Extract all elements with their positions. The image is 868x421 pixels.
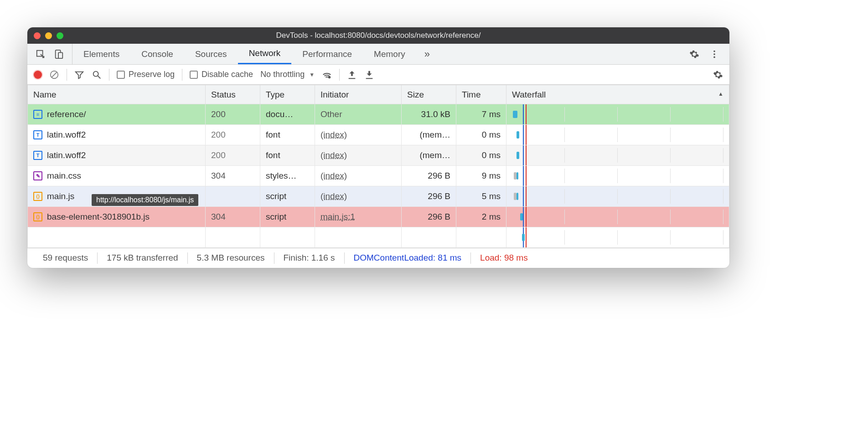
request-type: script <box>260 186 315 207</box>
tab-console[interactable]: Console <box>130 44 184 64</box>
request-status: 200 <box>206 104 260 125</box>
empty-row <box>28 227 729 248</box>
js-file-icon: ⟨⟩ <box>33 212 42 221</box>
request-time: 5 ms <box>456 186 506 207</box>
throttling-select[interactable]: No throttling ▼ <box>260 70 315 79</box>
css-file-icon: ✎ <box>33 171 42 180</box>
request-size: 296 B <box>402 166 456 186</box>
maximize-window-button[interactable] <box>57 32 63 39</box>
network-toolbar: Preserve log Disable cache No throttling… <box>27 65 729 85</box>
request-time: 7 ms <box>456 104 506 125</box>
panel-tabbar: ElementsConsoleSourcesNetworkPerformance… <box>27 44 729 65</box>
request-initiator: Other <box>320 109 342 119</box>
request-initiator[interactable]: (index) <box>320 171 347 180</box>
status-load: Load: 98 ms <box>471 252 537 264</box>
sort-asc-icon: ▲ <box>718 91 723 97</box>
tab-performance[interactable]: Performance <box>291 44 363 64</box>
request-size: (mem… <box>402 125 456 145</box>
request-initiator[interactable]: (index) <box>320 130 347 139</box>
panel-settings-gear-icon[interactable] <box>713 70 723 80</box>
request-time: 0 ms <box>456 125 506 145</box>
request-name: base-element-3018901b.js <box>47 212 150 222</box>
request-time: 9 ms <box>456 166 506 186</box>
svg-point-10 <box>328 76 331 78</box>
kebab-menu-icon[interactable] <box>709 49 719 59</box>
request-type: font <box>260 145 315 166</box>
svg-line-9 <box>98 76 101 78</box>
titlebar: DevTools - localhost:8080/docs/devtools/… <box>27 27 729 44</box>
inspect-element-icon[interactable] <box>36 49 46 59</box>
tab-network[interactable]: Network <box>238 44 292 64</box>
upload-har-icon[interactable] <box>347 70 357 80</box>
status-requests: 59 requests <box>34 252 98 264</box>
svg-point-8 <box>93 71 98 76</box>
more-tabs-button[interactable]: » <box>416 48 438 60</box>
request-row[interactable]: ⟨⟩main.jshttp://localhost:8080/js/main.j… <box>28 186 729 207</box>
status-resources: 5.3 MB resources <box>188 252 274 264</box>
svg-point-4 <box>713 53 715 55</box>
request-initiator[interactable]: (index) <box>320 191 347 201</box>
request-row[interactable]: Tlatin.woff2200font(index)(mem…0 ms <box>28 145 729 166</box>
request-size: (mem… <box>402 145 456 166</box>
tab-memory[interactable]: Memory <box>363 44 416 64</box>
search-icon[interactable] <box>92 70 102 80</box>
tab-elements[interactable]: Elements <box>72 44 130 64</box>
filter-icon[interactable] <box>74 70 84 80</box>
request-name: main.css <box>47 171 81 181</box>
request-status: 200 <box>206 125 260 145</box>
request-type: docu… <box>260 104 315 125</box>
request-row[interactable]: Tlatin.woff2200font(index)(mem…0 ms <box>28 125 729 145</box>
download-har-icon[interactable] <box>364 70 374 80</box>
column-header-initiator[interactable]: Initiator <box>315 85 402 104</box>
svg-point-5 <box>713 56 715 58</box>
devtools-window: DevTools - localhost:8080/docs/devtools/… <box>27 27 729 268</box>
request-row[interactable]: ✎main.css304styles…(index)296 B9 ms <box>28 166 729 186</box>
status-domcontentloaded: DOMContentLoaded: 81 ms <box>345 252 471 264</box>
svg-point-3 <box>713 50 715 52</box>
minimize-window-button[interactable] <box>45 32 52 39</box>
clear-icon[interactable] <box>49 70 59 80</box>
request-name: reference/ <box>47 109 86 119</box>
column-header-time[interactable]: Time <box>456 85 506 104</box>
request-size: 31.0 kB <box>402 104 456 125</box>
request-size: 296 B <box>402 186 456 207</box>
status-transferred: 175 kB transferred <box>98 252 187 264</box>
preserve-log-checkbox[interactable]: Preserve log <box>117 70 175 79</box>
request-type: styles… <box>260 166 315 186</box>
request-name: latin.woff2 <box>47 130 86 140</box>
request-name: latin.woff2 <box>47 150 86 160</box>
request-name: main.js <box>47 191 74 201</box>
request-status: 304 <box>206 166 260 186</box>
request-row[interactable]: ⟨⟩base-element-3018901b.js304scriptmain.… <box>28 207 729 227</box>
column-header-waterfall[interactable]: Waterfall▲ <box>506 85 729 104</box>
request-initiator[interactable]: (index) <box>320 150 347 160</box>
network-conditions-icon[interactable] <box>322 70 332 80</box>
status-finish: Finish: 1.16 s <box>274 252 345 264</box>
column-header-status[interactable]: Status <box>206 85 260 104</box>
request-type: font <box>260 125 315 145</box>
device-toolbar-icon[interactable] <box>54 49 64 59</box>
record-button[interactable] <box>34 71 42 79</box>
network-requests-table: NameStatusTypeInitiatorSizeTimeWaterfall… <box>27 85 729 248</box>
font-file-icon: T <box>33 130 42 139</box>
doc-file-icon: ≡ <box>33 110 42 119</box>
column-header-size[interactable]: Size <box>402 85 456 104</box>
column-header-type[interactable]: Type <box>260 85 315 104</box>
request-status <box>206 186 260 207</box>
request-row[interactable]: ≡reference/200docu…Other31.0 kB7 ms <box>28 104 729 125</box>
js-file-icon: ⟨⟩ <box>33 192 42 201</box>
url-tooltip: http://localhost:8080/js/main.js <box>92 194 198 206</box>
disable-cache-checkbox[interactable]: Disable cache <box>190 70 253 79</box>
request-time: 2 ms <box>456 207 506 227</box>
chevron-down-icon: ▼ <box>309 72 315 78</box>
request-size: 296 B <box>402 207 456 227</box>
request-initiator[interactable]: main.js:1 <box>320 212 355 221</box>
network-statusbar: 59 requests 175 kB transferred 5.3 MB re… <box>27 248 729 268</box>
close-window-button[interactable] <box>34 32 41 39</box>
tab-sources[interactable]: Sources <box>184 44 238 64</box>
request-type: script <box>260 207 315 227</box>
svg-line-7 <box>52 72 57 77</box>
column-header-name[interactable]: Name <box>28 85 206 104</box>
settings-gear-icon[interactable] <box>689 49 699 59</box>
request-status: 200 <box>206 145 260 166</box>
